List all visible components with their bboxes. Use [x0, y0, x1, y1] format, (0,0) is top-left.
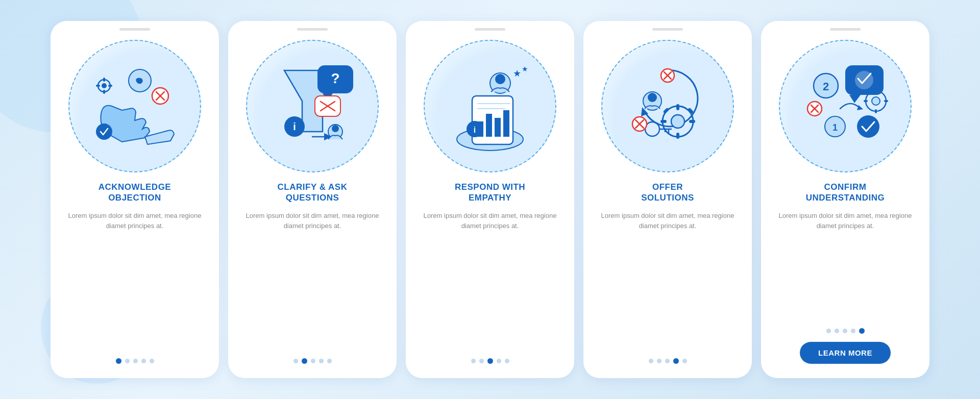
illustration-confirm: 2 1: [779, 40, 912, 172]
card-acknowledge-objection: ACKNOWLEDGEOBJECTION Lorem ipsum dolor s…: [51, 21, 219, 378]
svg-rect-41: [660, 120, 667, 123]
svg-point-21: [332, 125, 339, 132]
svg-marker-58: [849, 95, 861, 103]
svg-point-5: [102, 83, 107, 88]
svg-rect-70: [875, 89, 877, 93]
dot-5-5: [859, 328, 865, 334]
dots-row-1: [116, 358, 154, 364]
svg-point-29: [495, 74, 505, 84]
card-desc-4: Lorem ipsum dolor sit dim amet, mea regi…: [595, 211, 741, 350]
card-title-2: CLARIFY & ASKQUESTIONS: [278, 182, 348, 204]
cards-container: ACKNOWLEDGEOBJECTION Lorem ipsum dolor s…: [40, 11, 940, 388]
dot-3-2: [479, 359, 484, 363]
svg-rect-7: [103, 90, 105, 94]
dot-4-2: [657, 359, 662, 363]
dot-1-4: [141, 359, 146, 363]
svg-rect-26: [495, 118, 501, 137]
svg-rect-6: [103, 78, 105, 82]
svg-text:?: ?: [331, 70, 339, 86]
dots-row-5: [826, 328, 865, 334]
illustration-clarify: ? i: [246, 40, 379, 172]
svg-point-10: [96, 123, 112, 140]
svg-point-38: [671, 115, 684, 128]
card-confirm-understanding: 2 1 C: [761, 21, 929, 378]
svg-rect-27: [503, 110, 509, 137]
card-top-bar-4: [652, 28, 683, 31]
card-desc-2: Lorem ipsum dolor sit dim amet, mea regi…: [239, 211, 385, 350]
card-top-bar-3: [475, 28, 505, 31]
dots-row-3: [471, 358, 509, 364]
card-desc-3: Lorem ipsum dolor sit dim amet, mea regi…: [417, 211, 563, 350]
svg-rect-73: [884, 100, 888, 102]
illustration-svg-2: ? i: [256, 50, 369, 162]
dots-row-2: [293, 358, 332, 364]
card-desc-5: Lorem ipsum dolor sit dim amet, mea regi…: [772, 211, 918, 319]
card-desc-1: Lorem ipsum dolor sit dim amet, mea regi…: [62, 211, 208, 350]
dot-1-3: [133, 359, 138, 363]
svg-rect-72: [864, 100, 868, 102]
card-respond-empathy: ★ ★ i RESPOND WITHEMPATHY Lorem ipsum do…: [406, 21, 574, 378]
card-top-bar-5: [830, 28, 861, 31]
dot-5-2: [835, 329, 839, 333]
dot-4-3: [665, 359, 670, 363]
svg-rect-71: [875, 109, 877, 113]
card-clarify-ask: ? i CLARIFY & A: [228, 21, 397, 378]
dot-1-1: [116, 358, 121, 364]
svg-rect-9: [108, 85, 112, 87]
dot-3-1: [471, 359, 476, 363]
svg-point-69: [872, 97, 880, 105]
svg-text:i: i: [293, 121, 296, 132]
dot-3-5: [505, 359, 509, 363]
svg-point-67: [857, 115, 879, 138]
svg-text:★: ★: [513, 68, 521, 79]
card-title-4: OFFERSOLUTIONS: [641, 182, 694, 204]
illustration-offer: [601, 40, 734, 172]
svg-text:i: i: [474, 126, 476, 134]
dot-4-5: [682, 359, 687, 363]
svg-rect-25: [486, 114, 492, 137]
illustration-svg-3: ★ ★ i: [434, 50, 546, 162]
svg-text:★: ★: [522, 65, 528, 73]
card-title-1: ACKNOWLEDGEOBJECTION: [99, 182, 171, 204]
dot-2-4: [319, 359, 324, 363]
dot-2-3: [311, 359, 315, 363]
dot-2-5: [327, 359, 332, 363]
svg-rect-39: [676, 104, 679, 110]
illustration-svg-1: [79, 50, 191, 162]
dot-5-4: [851, 329, 855, 333]
illustration-svg-4: [611, 50, 724, 162]
dots-row-4: [649, 358, 687, 364]
dot-4-1: [649, 359, 653, 363]
svg-text:1: 1: [832, 122, 838, 133]
svg-rect-40: [676, 133, 679, 139]
dot-5-1: [826, 329, 831, 333]
learn-more-button[interactable]: LEARN MORE: [800, 342, 891, 364]
card-top-bar-2: [297, 28, 328, 31]
dot-1-5: [150, 359, 154, 363]
svg-text:2: 2: [823, 80, 829, 93]
dot-4-4: [673, 358, 679, 364]
card-top-bar: [119, 28, 150, 31]
dot-1-2: [125, 359, 130, 363]
svg-rect-8: [96, 85, 100, 87]
illustration-acknowledge: [68, 40, 201, 172]
card-offer-solutions: OFFERSOLUTIONS Lorem ipsum dolor sit dim…: [583, 21, 752, 378]
card-title-5: CONFIRMUNDERSTANDING: [806, 182, 885, 204]
dot-5-3: [843, 329, 847, 333]
card-title-3: RESPOND WITHEMPATHY: [455, 182, 525, 204]
svg-rect-42: [689, 120, 695, 123]
illustration-svg-5: 2 1: [789, 50, 901, 162]
dot-2-2: [302, 358, 307, 364]
illustration-respond: ★ ★ i: [424, 40, 556, 172]
dot-3-3: [487, 358, 493, 364]
dot-3-4: [497, 359, 501, 363]
dot-2-1: [293, 359, 298, 363]
svg-point-46: [648, 93, 657, 102]
